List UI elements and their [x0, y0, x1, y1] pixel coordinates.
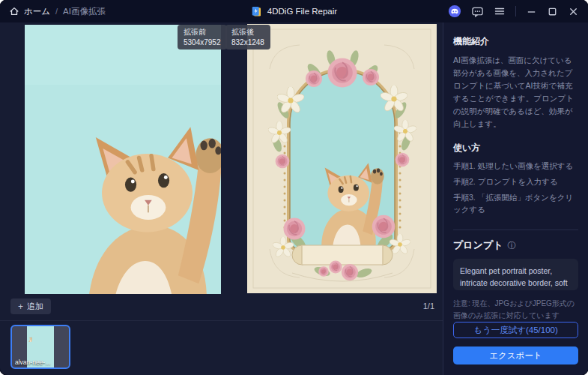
format-note: 注意: 現在、JPGおよびJPEG形式の画像のみ拡張に対応しています — [453, 298, 578, 322]
close-button[interactable] — [568, 6, 579, 17]
sidebar: 機能紹介 AI画像拡張は、画面に欠けている部分がある画像を、入力されたプロンプト… — [443, 22, 588, 375]
usage-steps: 手順1. 処理したい画像を選択する 手順2. プロンプトを入力する 手順3. 「… — [453, 160, 578, 220]
app-title-text: 4DDiG File Repair — [267, 7, 337, 16]
thumbnail-filename: alvan-nee-... — [15, 358, 50, 366]
add-button-label: 追加 — [27, 301, 43, 312]
before-badge-label: 拡張前 — [184, 27, 221, 38]
image-before-panel[interactable] — [25, 25, 221, 294]
discord-button[interactable] — [448, 4, 461, 18]
info-icon[interactable]: ⓘ — [508, 242, 516, 250]
app-window: ホーム / AI画像拡張 4DDiG File Repair — [0, 0, 588, 375]
feedback-button[interactable] — [471, 5, 484, 18]
menu-icon — [494, 5, 506, 17]
image-after-panel[interactable] — [247, 24, 437, 293]
add-image-button[interactable]: + 追加 — [10, 298, 51, 314]
close-icon — [568, 6, 579, 17]
window-controls — [448, 4, 579, 18]
discord-icon — [448, 4, 461, 18]
before-size-badge: 拡張前 5304x7952 — [178, 25, 227, 50]
home-icon — [9, 6, 19, 16]
thumbnail-strip-divider — [0, 320, 443, 321]
titlebar-separator — [515, 6, 516, 16]
page-indicator: 1/1 — [390, 302, 434, 310]
after-image — [247, 24, 437, 293]
image-workspace: 拡張前 5304x7952 拡張後 832x1248 + 追加 1/1 alva — [0, 22, 443, 375]
prompt-input[interactable]: Elegant pet portrait poster, intricate d… — [453, 259, 578, 290]
breadcrumb-separator: / — [55, 7, 58, 16]
content-area: 拡張前 5304x7952 拡張後 832x1248 + 追加 1/1 alva — [0, 22, 588, 375]
feedback-icon — [471, 5, 484, 18]
before-badge-size: 5304x7952 — [184, 38, 221, 48]
after-size-badge: 拡張後 832x1248 — [225, 25, 270, 50]
export-button[interactable]: エクスポート — [453, 346, 578, 364]
titlebar: ホーム / AI画像拡張 4DDiG File Repair — [0, 0, 588, 22]
breadcrumb-home-label: ホーム — [24, 6, 50, 17]
usage-title: 使い方 — [453, 142, 578, 154]
before-image — [25, 25, 221, 294]
app-title: 4DDiG File Repair — [251, 6, 337, 17]
breadcrumb: ホーム / AI画像拡張 — [9, 6, 106, 17]
minimize-icon — [526, 6, 537, 17]
plus-icon: + — [18, 302, 23, 312]
breadcrumb-current-page: AI画像拡張 — [63, 6, 106, 17]
thumbnail-item[interactable]: alvan-nee-... — [10, 325, 70, 369]
usage-step-2: 手順2. プロンプトを入力する — [453, 176, 578, 188]
action-buttons: もう一度試す(45/100) エクスポート — [453, 322, 578, 364]
home-button[interactable]: ホーム — [9, 6, 50, 17]
after-badge-size: 832x1248 — [231, 38, 264, 48]
app-logo-icon — [251, 6, 262, 17]
minimize-button[interactable] — [526, 6, 537, 17]
maximize-button[interactable] — [547, 6, 558, 17]
prompt-header: プロンプト ⓘ — [453, 238, 578, 252]
maximize-icon — [547, 6, 558, 17]
after-badge-label: 拡張後 — [231, 27, 264, 38]
feature-intro-title: 機能紹介 — [453, 35, 578, 48]
usage-step-1: 手順1. 処理したい画像を選択する — [453, 160, 578, 172]
retry-button[interactable]: もう一度試す(45/100) — [453, 322, 578, 338]
prompt-title: プロンプト — [453, 238, 503, 252]
usage-step-3: 手順3. 「拡張開始」ボタンをクリックする — [453, 192, 578, 214]
feature-intro-text: AI画像拡張は、画面に欠けている部分がある画像を、入力されたプロンプトに基づいて… — [453, 54, 578, 130]
menu-button[interactable] — [494, 5, 506, 17]
